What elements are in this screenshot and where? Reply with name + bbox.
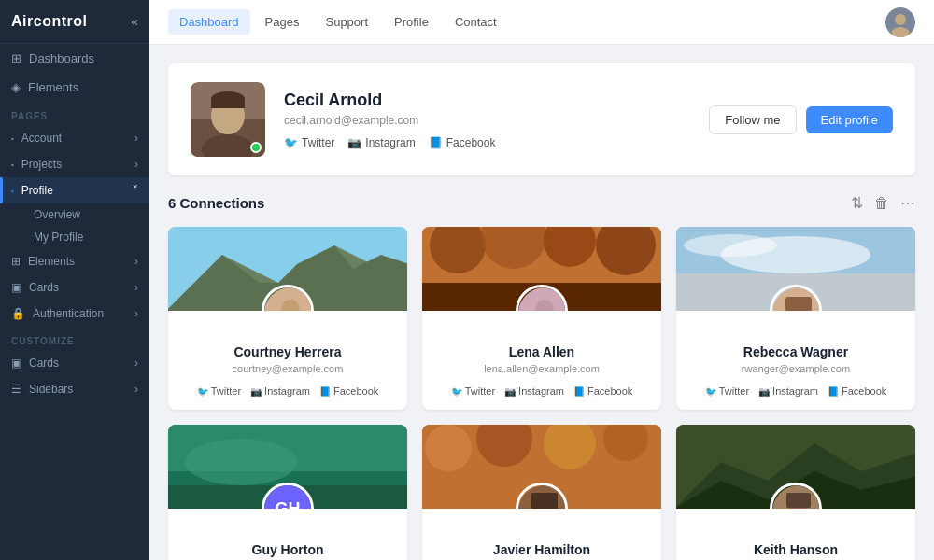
sidebar-section-pages: PAGES [0, 102, 149, 125]
sidebar-item-profile[interactable]: • Profile ˅ [0, 177, 149, 203]
card-twitter[interactable]: 🐦Twitter [451, 385, 495, 397]
edit-profile-button[interactable]: Edit profile [806, 106, 893, 133]
card-name: Courtney Herrera [183, 344, 392, 359]
topnav-link-contact[interactable]: Contact [444, 9, 508, 35]
card-facebook[interactable]: 📘Facebook [573, 385, 632, 397]
profile-social-links: 🐦 Twitter 📷 Instagram 📘 Facebook [284, 136, 690, 149]
svg-point-35 [185, 439, 297, 485]
card-avatar-wrap [770, 285, 822, 311]
card-twitter[interactable]: 🐦Twitter [705, 385, 749, 397]
card-background [168, 227, 407, 311]
sidebar-item-cards-cust[interactable]: ▣ Cards › [0, 350, 149, 376]
card-instagram[interactable]: 📷Instagram [250, 385, 310, 397]
follow-button[interactable]: Follow me [709, 105, 796, 134]
profile-actions: Follow me Edit profile [709, 105, 893, 134]
card-social-links: 🐦Twitter 📷Instagram 📘Facebook [691, 385, 900, 397]
sidebar-item-overview[interactable]: Overview [0, 203, 149, 226]
connections-actions: ⇅ 🗑 ⋯ [851, 194, 915, 212]
card-avatar-wrap [516, 483, 568, 509]
user-avatar[interactable] [885, 7, 915, 37]
sidebar-item-account[interactable]: • Account › [0, 125, 149, 151]
profile-email: cecil.arnold@example.com [284, 114, 690, 127]
svg-rect-32 [785, 297, 812, 311]
twitter-icon: 🐦 [197, 386, 208, 397]
instagram-icon: 📷 [250, 386, 262, 397]
dashboards-icon: ⊞ [11, 51, 21, 65]
sidebar-item-label: My Profile [34, 231, 83, 244]
svg-rect-52 [786, 493, 811, 508]
connections-grid: Courtney Herrera courtney@example.com 🐦T… [168, 227, 915, 560]
card-avatar [770, 483, 822, 509]
card-body: Javier Hamilton javier@example.com 🐦Twit… [422, 509, 661, 560]
lock-icon: 🔒 [11, 307, 25, 320]
card-name: Javier Hamilton [437, 542, 646, 557]
instagram-icon: 📷 [504, 386, 516, 397]
card-social-links: 🐦Twitter 📷Instagram 📘Facebook [437, 385, 646, 397]
card-twitter[interactable]: 🐦Twitter [197, 385, 241, 397]
topnav-link-profile[interactable]: Profile [383, 9, 440, 35]
card-background [676, 227, 915, 311]
filter-icon[interactable]: ⇅ [851, 194, 863, 212]
main-content: Dashboard Pages Support Profile Contact [149, 0, 934, 560]
card-background [676, 425, 915, 509]
sidebar-item-elements2[interactable]: ⊞ Elements › [0, 248, 149, 274]
card-background [422, 227, 661, 311]
chevron-right-icon: › [134, 132, 138, 145]
card-name: Rebecca Wagner [691, 344, 900, 359]
card-avatar [262, 285, 314, 311]
card-body: Keith Hanson k.handson@example.com 🐦Twit… [676, 509, 915, 560]
sidebar-collapse-button[interactable]: « [131, 14, 138, 29]
card-body: Guy Horton horton@example.com 🐦Twitter 📷… [168, 509, 407, 560]
profile-avatar [191, 82, 265, 157]
card-avatar-wrap [516, 285, 568, 311]
card-avatar [516, 285, 568, 311]
sidebar-item-sidebars[interactable]: ☰ Sidebars › [0, 376, 149, 402]
sidebar-item-authentication[interactable]: 🔒 Authentication › [0, 301, 149, 327]
sidebars-icon: ☰ [11, 383, 21, 396]
twitter-icon: 🐦 [284, 136, 298, 149]
topnav-link-support[interactable]: Support [314, 9, 379, 35]
sidebar: Aircontrol « ⊞ Dashboards ◈ Elements PAG… [0, 0, 149, 560]
topnav-link-dashboard[interactable]: Dashboard [168, 9, 250, 35]
card-background: GH [168, 425, 407, 509]
connection-card-lena: Lena Allen lena.allen@example.com 🐦Twitt… [422, 227, 661, 410]
topnav-link-pages[interactable]: Pages [254, 9, 311, 35]
sidebar-item-label: Projects [21, 158, 62, 171]
sidebar-item-projects[interactable]: • Projects › [0, 151, 149, 177]
chevron-right-icon: › [134, 281, 138, 294]
connection-card-keith: Keith Hanson k.handson@example.com 🐦Twit… [676, 425, 915, 560]
sidebar-item-label: Cards [29, 357, 59, 370]
card-avatar: GH [262, 483, 314, 509]
profile-online-indicator [250, 142, 262, 153]
dot-icon: • [11, 134, 14, 143]
sidebar-item-my-profile[interactable]: My Profile [0, 226, 149, 248]
card-facebook[interactable]: 📘Facebook [828, 385, 886, 397]
sidebar-item-label: Elements [28, 80, 78, 94]
social-link-facebook[interactable]: 📘 Facebook [429, 136, 496, 149]
elements-icon: ◈ [11, 80, 21, 94]
card-avatar-wrap: GH [262, 483, 314, 509]
connections-header: 6 Connections ⇅ 🗑 ⋯ [168, 194, 915, 212]
card-instagram[interactable]: 📷Instagram [504, 385, 564, 397]
social-link-twitter[interactable]: 🐦 Twitter [284, 136, 334, 149]
sidebar-item-label: Dashboards [29, 51, 94, 65]
cards-icon: ▣ [11, 281, 21, 294]
card-avatar [516, 483, 568, 509]
card-facebook[interactable]: 📘Facebook [319, 385, 378, 397]
chevron-right-icon: › [134, 158, 138, 171]
card-instagram[interactable]: 📷Instagram [758, 385, 818, 397]
sidebar-item-dashboards[interactable]: ⊞ Dashboards [0, 44, 149, 73]
sidebar-item-elements[interactable]: ◈ Elements [0, 73, 149, 102]
card-avatar-wrap [770, 483, 822, 509]
page-content: Cecil Arnold cecil.arnold@example.com 🐦 … [149, 45, 934, 560]
svg-point-1 [895, 14, 906, 25]
connection-card-rebecca: Rebecca Wagner rwanger@example.com 🐦Twit… [676, 227, 915, 410]
profile-header-card: Cecil Arnold cecil.arnold@example.com 🐦 … [168, 63, 915, 175]
social-link-instagram[interactable]: 📷 Instagram [347, 136, 415, 149]
instagram-icon: 📷 [758, 386, 770, 397]
more-options-icon[interactable]: ⋯ [900, 194, 915, 212]
delete-icon[interactable]: 🗑 [874, 195, 889, 212]
sidebar-item-cards-pages[interactable]: ▣ Cards › [0, 274, 149, 301]
facebook-icon: 📘 [319, 386, 331, 397]
social-label: Instagram [365, 136, 415, 149]
